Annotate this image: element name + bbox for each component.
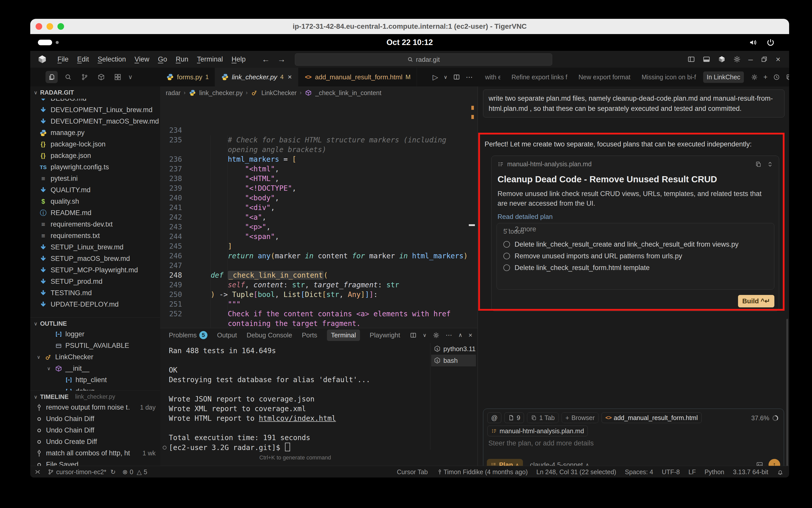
file-item[interactable]: {}package-lock.json [30,138,160,150]
files-count-chip[interactable]: 9 [504,412,524,423]
status-timon-fiddike-4-months-ago-[interactable]: Timon Fiddike (4 months ago) [436,468,528,476]
timeline-header[interactable]: ∨ TIMELINE link_checker.py [30,390,160,403]
file-item[interactable]: manage.py [30,127,160,138]
nav-back-icon[interactable]: ← [262,55,270,64]
extensions-activity-icon[interactable] [95,71,107,83]
file-item[interactable]: SETUP_macOS_brew.md [30,253,160,264]
file-item[interactable]: TESTING.md [30,287,160,299]
power-icon[interactable] [766,38,775,47]
panel-tab-problems[interactable]: Problems5 [169,331,207,339]
file-item[interactable]: QUALITY.md [30,184,160,196]
editor-tab-link_checker.py[interactable]: link_checker.py4× [215,68,298,86]
source-control-activity-icon[interactable] [79,71,91,83]
timeline-item[interactable]: match all combos of http, htt…1 wk [30,448,160,459]
terminal-session-python3.11[interactable]: $python3.11 [431,343,476,355]
cursor-ai-icon[interactable] [718,55,726,63]
code-editor[interactable]: radar›link_checker.py›LinkChecker›_check… [160,86,477,328]
volume-icon[interactable] [749,38,758,47]
run-python-icon[interactable]: ▷ [433,73,438,81]
restore-window-icon[interactable] [760,55,768,63]
panel-tab-ports[interactable]: Ports [302,331,317,339]
plan-expand-icon[interactable] [767,161,773,168]
panel-tab-output[interactable]: Output [217,331,237,339]
timeline-item[interactable]: remove output form noise t…1 day [30,402,160,413]
chat-settings-gear-icon[interactable] [751,74,758,81]
command-search-input[interactable]: radar.git [295,53,552,66]
panel-tab-terminal[interactable]: Terminal [327,330,360,341]
git-branch-status[interactable]: cursor-timon-ec2* ↻ [48,468,116,476]
outline-item[interactable]: logger [30,329,160,340]
panel-tab-debug-console[interactable]: Debug Console [247,331,292,339]
outline-header[interactable]: ∨ OUTLINE [30,317,160,330]
breadcrumb-item[interactable]: _check_link_in_content [315,89,381,97]
file-item[interactable]: DEVELOPMENT_Linux_brew.md [30,104,160,116]
panel-tab-playwright[interactable]: Playwright [370,331,400,339]
file-item[interactable]: UPDATE-DEPLOY.md [30,299,160,310]
build-button[interactable]: Build ^↵ [738,295,774,307]
menu-run[interactable]: Run [171,51,193,68]
code-area[interactable]: 234235# Check for basic HTML structure m… [160,126,477,328]
explorer-root-header[interactable]: ∨ RADAR.GIT [30,86,160,99]
menu-go[interactable]: Go [154,51,171,68]
timeline-item[interactable]: File Saved [30,459,160,466]
file-item[interactable]: SETUP_prod.md [30,276,160,287]
mention-chip[interactable]: @ [487,412,501,423]
status-ln-248-col-31-22-selected-[interactable]: Ln 248, Col 31 (22 selected) [537,468,616,476]
outline-item[interactable]: ∨__init__ [30,363,160,374]
panel-gear-icon[interactable] [433,332,439,339]
layout-grid-activity-icon[interactable] [112,71,124,83]
chat-copy-icon[interactable] [785,74,789,81]
terminal-link[interactable]: htmlcov/index.html [259,414,336,423]
status-3-13-7-64-bit[interactable]: 3.13.7 64-bit [733,468,768,476]
timeline-item[interactable]: Undo Chain Diff [30,413,160,425]
menu-file[interactable]: File [53,51,73,68]
settings-gear-icon[interactable] [733,55,741,63]
attached-file-chip[interactable]: <> add_manual_result_form.html [601,412,701,423]
chat-tab[interactable]: Missing icon on bi-f [642,74,696,81]
close-panel-icon[interactable]: × [469,331,472,339]
status-lf[interactable]: LF [688,468,696,476]
chat-tab[interactable]: New export format [579,74,631,81]
breadcrumb-item[interactable]: LinkChecker [261,89,297,97]
breadcrumb-item[interactable]: link_checker.py [199,89,243,97]
file-item[interactable]: ≡pytest.ini [30,173,160,184]
file-item[interactable]: ≡requirements-dev.txt [30,219,160,230]
plan-file-chip[interactable]: manual-html-analysis.plan.md [487,426,588,436]
plan-copy-icon[interactable] [755,161,762,168]
split-dropdown-chevron-icon[interactable]: ∨ [423,332,427,338]
search-activity-icon[interactable] [62,71,74,83]
file-item[interactable]: SETUP_MCP-Playwright.md [30,264,160,276]
chat-tab-active[interactable]: In LinkChec [703,72,744,83]
status-utf-8[interactable]: UTF-8 [662,468,680,476]
chat-tab[interactable]: with e [485,74,500,81]
editor-more-icon[interactable]: ⋯ [466,73,473,81]
split-terminal-icon[interactable] [410,332,417,339]
todo-item[interactable]: Delete link_check_result_form.html templ… [497,262,772,273]
editor-tab-forms.py[interactable]: forms.py1 [160,68,215,86]
tab-context-chip[interactable]: 1 Tab [527,412,559,423]
status-cursor-tab[interactable]: Cursor Tab [397,468,428,476]
terminal-output[interactable]: Ran 488 tests in 164.649sOKDestroying te… [169,346,426,453]
explorer-activity-icon[interactable] [45,71,58,83]
outline-item[interactable]: PSUTIL_AVAILABLE [30,340,160,351]
timeline-item[interactable]: Undo Create Diff [30,436,160,448]
split-editor-icon[interactable] [453,74,460,81]
chat-input-box[interactable]: @ 9 1 Tab + Browser <> ad [483,409,784,475]
panel-more-icon[interactable]: ⋯ [446,331,452,339]
todo-item[interactable]: Delete link_check_result_create and link… [497,239,772,250]
menu-view[interactable]: View [130,51,154,68]
status-spaces-4[interactable]: Spaces: 4 [625,468,653,476]
terminal-session-bash[interactable]: $bash [431,355,476,366]
notifications-bell-icon[interactable] [777,469,783,475]
file-item[interactable]: $quality.sh [30,196,160,207]
file-item[interactable]: TSplaywright.config.ts [30,162,160,173]
minimize-window-icon[interactable]: – [749,55,753,64]
file-item[interactable]: SETUP_Linux_brew.md [30,242,160,253]
maximize-panel-icon[interactable]: ∧ [458,332,462,338]
chat-scrollbar[interactable] [786,319,788,474]
menu-selection[interactable]: Selection [93,51,130,68]
file-item[interactable]: {}package.json [30,150,160,162]
activity-overflow-chevron-icon[interactable]: ∨ [128,74,133,81]
menu-edit[interactable]: Edit [73,51,93,68]
chat-history-icon[interactable] [773,74,780,81]
